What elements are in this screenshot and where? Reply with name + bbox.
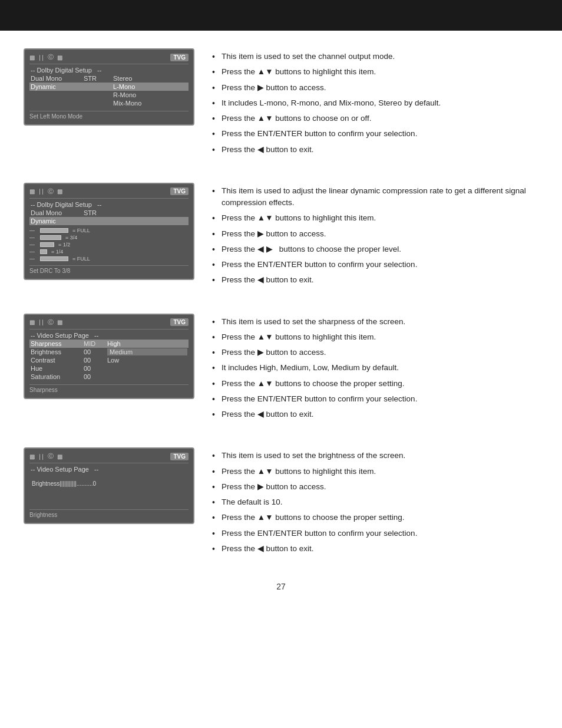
tv-row-3-3: Contrast00Low — [29, 356, 189, 364]
tv-icon-2c: Ⓒ — [48, 187, 54, 196]
tv-icon-4a: ▩ — [29, 453, 35, 460]
bullet-1-3: Press the ▶ button to access. — [212, 82, 538, 94]
tv-footer-3: Sharpness — [29, 384, 189, 393]
tv-icon-3d: ▩ — [57, 319, 62, 325]
tv-row-2-2: Dynamic — [29, 217, 189, 225]
tv-footer-1: Set Left Mono Mode — [29, 111, 189, 120]
tv-menu-path-1: -- Dolby Digital Setup -- — [29, 66, 189, 74]
bullet-4-1: This item is used to set the brightness … — [212, 450, 538, 462]
tv-row-3-4: Hue00 — [29, 364, 189, 373]
tv-icon-2d: ▩ — [57, 188, 62, 195]
bullets-brightness: This item is used to set the brightness … — [212, 447, 538, 558]
tv-icon-3a: ▩ — [29, 319, 35, 325]
page-number: 27 — [24, 582, 538, 591]
bullet-4-3: Press the ▶ button to access. — [212, 481, 538, 493]
bullet-1-6: Press the ENT/ENTER button to confirm yo… — [212, 128, 538, 140]
bullet-4-2: Press the ▲▼ buttons to highlight this i… — [212, 466, 538, 477]
bullet-2-5: Press the ENT/ENTER button to confirm yo… — [212, 259, 538, 271]
bullet-4-5: Press the ▲▼ buttons to choose the prope… — [212, 512, 538, 523]
header-bar — [0, 0, 562, 31]
bullets-dual-mono: This item is used to set the channel out… — [212, 48, 538, 159]
section-dual-mono: ▩ ∣∣ Ⓒ ▩ TVG -- Dolby Digital Setup -- D… — [24, 48, 538, 159]
tv-icon-1d: ▩ — [57, 54, 62, 61]
tv-icon-4b: ∣∣ — [38, 453, 44, 460]
tv-icon-1a: ▩ — [29, 54, 35, 61]
tv-row-2-1: Dual MonoSTR — [29, 209, 189, 217]
bullet-2-4: Press the ◀ ▶ buttons to choose the prop… — [212, 243, 538, 255]
screen-sharpness: ▩ ∣∣ Ⓒ ▩ TVG -- Video Setup Page -- Shar… — [24, 314, 194, 399]
tv-menu-path-3: -- Video Setup Page -- — [29, 331, 189, 340]
tv-row-1-1: Dual MonoSTRStereo — [29, 74, 189, 83]
bullet-2-3: Press the ▶ button to access. — [212, 228, 538, 240]
tv-icon-2a: ▩ — [29, 188, 35, 195]
bullet-3-3: Press the ▶ button to access. — [212, 347, 538, 358]
drc-bar-4: — = 1/4 — [29, 249, 189, 255]
bullet-3-6: Press the ENT/ENTER button to confirm yo… — [212, 393, 538, 405]
bullet-3-2: Press the ▲▼ buttons to highlight this i… — [212, 331, 538, 343]
tv-icon-3c: Ⓒ — [48, 318, 54, 327]
bullet-1-5: Press the ▲▼ buttons to choose on or off… — [212, 113, 538, 124]
bullet-4-6: Press the ENT/ENTER button to confirm yo… — [212, 528, 538, 539]
bullet-2-2: Press the ▲▼ buttons to highlight this i… — [212, 212, 538, 224]
tv-row-3-2: Brightness00Medium — [29, 348, 189, 356]
drc-bars: — = FULL — = 3/4 — = 1/2 — [29, 228, 189, 262]
drc-bar-1: — = FULL — [29, 228, 189, 233]
tv-footer-4: Brightness — [29, 509, 189, 518]
tv-label-4: TVG — [170, 453, 189, 460]
tv-icon-1c: Ⓒ — [48, 53, 54, 61]
bullet-3-1: This item is used to set the sharpness o… — [212, 316, 538, 328]
tv-icon-4c: Ⓒ — [48, 452, 54, 460]
tv-row-3-5: Saturation00 — [29, 373, 189, 381]
tv-label-3: TVG — [170, 318, 189, 326]
tv-icon-4d: ▩ — [57, 453, 62, 460]
bullet-4-4: The default is 10. — [212, 496, 538, 508]
tv-menu-path-4: -- Video Setup Page -- — [29, 465, 189, 473]
bullet-3-5: Press the ▲▼ buttons to choose the prope… — [212, 378, 538, 390]
section-sharpness: ▩ ∣∣ Ⓒ ▩ TVG -- Video Setup Page -- Shar… — [24, 314, 538, 424]
drc-bar-5: — = FULL — [29, 256, 189, 262]
tv-row-1-2: DynamicL-Mono — [29, 83, 189, 91]
tv-menu-path-2: -- Dolby Digital Setup -- — [29, 200, 189, 209]
tv-divider-1 — [29, 64, 189, 64]
bullet-3-7: Press the ◀ button to exit. — [212, 409, 538, 420]
tv-icon-1b: ∣∣ — [38, 54, 44, 61]
tv-row-1-3: R-Mono — [29, 91, 189, 99]
bullet-1-1: This item is used to set the channel out… — [212, 51, 538, 62]
tv-row-3-1: SharpnessMIDHigh — [29, 340, 189, 348]
bullets-dynamic: This item is used to adjust the linear d… — [212, 183, 538, 290]
section-brightness: ▩ ∣∣ Ⓒ ▩ TVG -- Video Setup Page -- Brig… — [24, 447, 538, 558]
tv-icons-2: ▩ ∣∣ Ⓒ ▩ — [29, 187, 62, 196]
screen-dynamic: ▩ ∣∣ Ⓒ ▩ TVG -- Dolby Digital Setup -- D… — [24, 183, 194, 280]
tv-row-1-4: Mix-Mono — [29, 99, 189, 107]
bullet-1-7: Press the ◀ button to exit. — [212, 144, 538, 156]
tv-icons-1: ▩ ∣∣ Ⓒ ▩ — [29, 53, 62, 61]
bullet-2-1: This item is used to adjust the linear d… — [212, 185, 538, 209]
bullet-1-2: Press the ▲▼ buttons to highlight this i… — [212, 66, 538, 78]
tv-icons-4: ▩ ∣∣ Ⓒ ▩ — [29, 452, 62, 460]
main-content: ▩ ∣∣ Ⓒ ▩ TVG -- Dolby Digital Setup -- D… — [0, 31, 562, 615]
bullet-3-4: It includes High, Medium, Low, Medium by… — [212, 362, 538, 374]
tv-icons-3: ▩ ∣∣ Ⓒ ▩ — [29, 318, 62, 327]
drc-bar-2: — = 3/4 — [29, 235, 189, 241]
bullet-2-6: Press the ◀ button to exit. — [212, 274, 538, 286]
tv-footer-2: Set DRC To 3/8 — [29, 265, 189, 274]
screen-brightness: ▩ ∣∣ Ⓒ ▩ TVG -- Video Setup Page -- Brig… — [24, 447, 194, 524]
tv-label-1: TVG — [170, 54, 189, 61]
bullets-sharpness: This item is used to set the sharpness o… — [212, 314, 538, 424]
bullet-4-7: Press the ◀ button to exit. — [212, 543, 538, 555]
tv-icon-2b: ∣∣ — [38, 188, 44, 195]
section-dynamic: ▩ ∣∣ Ⓒ ▩ TVG -- Dolby Digital Setup -- D… — [24, 183, 538, 290]
tv-label-2: TVG — [170, 187, 189, 195]
drc-bar-3: — = 1/2 — [29, 242, 189, 248]
screen-dual-mono: ▩ ∣∣ Ⓒ ▩ TVG -- Dolby Digital Setup -- D… — [24, 48, 194, 126]
brightness-bar: Brightness|||||||||||..........0 — [32, 480, 186, 487]
tv-icon-3b: ∣∣ — [38, 319, 44, 325]
tv-divider-2 — [29, 198, 189, 199]
tv-divider-3 — [29, 329, 189, 330]
bullet-1-4: It includes L-mono, R-mono, and Mix-mono… — [212, 97, 538, 109]
tv-divider-4 — [29, 463, 189, 463]
